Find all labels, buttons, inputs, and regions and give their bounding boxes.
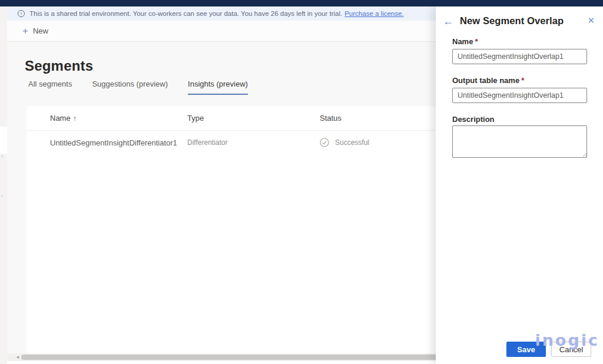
row-status-cell: Successful bbox=[320, 138, 445, 147]
output-table-field-label: Output table name* bbox=[452, 76, 524, 85]
purchase-license-link[interactable]: Purchase a license. bbox=[344, 10, 403, 17]
tab-bar: All segments Suggestions (preview) Insig… bbox=[28, 80, 248, 95]
name-field-label: Name* bbox=[452, 37, 478, 46]
success-check-icon bbox=[320, 138, 329, 147]
new-button-label: New bbox=[33, 27, 48, 35]
tab-all-segments[interactable]: All segments bbox=[28, 80, 72, 95]
app-window: ‹ ‹ i This is a shared trial environment… bbox=[0, 0, 603, 364]
status-label: Successful bbox=[335, 138, 369, 147]
save-button[interactable]: Save bbox=[506, 342, 546, 357]
trial-banner-text: This is a shared trial environment. Your… bbox=[29, 10, 342, 17]
table-row[interactable]: UntitledSegmentInsightDifferentiator1 Di… bbox=[26, 131, 445, 154]
new-segment-overlap-panel: ← New Segment Overlap ✕ Name* Output tab… bbox=[436, 6, 603, 364]
collapsed-left-nav[interactable]: ‹ ‹ bbox=[0, 6, 7, 364]
name-label-text: Name bbox=[452, 37, 473, 46]
cancel-button[interactable]: Cancel bbox=[551, 342, 591, 357]
row-type-cell: Differentiator bbox=[187, 138, 320, 147]
description-field-label: Description bbox=[452, 115, 495, 124]
required-asterisk: * bbox=[475, 37, 478, 46]
output-table-field[interactable] bbox=[452, 88, 587, 103]
output-table-label-text: Output table name bbox=[452, 76, 519, 85]
close-icon[interactable]: ✕ bbox=[587, 16, 595, 25]
row-name-cell[interactable]: UntitledSegmentInsightDifferentiator1 bbox=[50, 138, 187, 147]
scrollbar-thumb[interactable] bbox=[21, 355, 442, 360]
main-content: Segments All segments Suggestions (previ… bbox=[7, 42, 445, 353]
required-asterisk: * bbox=[521, 76, 524, 85]
back-arrow-icon[interactable]: ← bbox=[443, 16, 453, 27]
sort-ascending-icon: ↑ bbox=[73, 114, 77, 123]
trial-banner: i This is a shared trial environment. Yo… bbox=[7, 6, 445, 21]
column-header-type[interactable]: Type bbox=[187, 114, 320, 123]
column-header-status[interactable]: Status bbox=[320, 114, 445, 123]
plus-icon: + bbox=[22, 26, 28, 36]
info-icon: i bbox=[18, 10, 25, 17]
name-field[interactable] bbox=[452, 49, 587, 64]
table-header-row: Name↑ Type Status bbox=[26, 106, 445, 131]
top-navigation-bar bbox=[0, 0, 603, 6]
rail-chevron-icon[interactable]: ‹ bbox=[1, 154, 3, 159]
column-header-name[interactable]: Name↑ bbox=[50, 114, 187, 123]
tab-suggestions[interactable]: Suggestions (preview) bbox=[92, 80, 168, 95]
description-field[interactable] bbox=[452, 125, 587, 158]
tab-insights[interactable]: Insights (preview) bbox=[188, 80, 248, 95]
rail-chevron-icon[interactable]: ‹ bbox=[1, 194, 3, 199]
segments-table-card: Name↑ Type Status UntitledSegmentInsight… bbox=[26, 106, 445, 353]
column-header-name-label: Name bbox=[50, 114, 71, 123]
left-nav-active-indicator bbox=[0, 127, 7, 154]
horizontal-scrollbar[interactable]: ◄ bbox=[7, 353, 445, 361]
panel-title: New Segment Overlap bbox=[460, 15, 564, 27]
command-bar: + New bbox=[7, 21, 445, 42]
new-button[interactable]: + New bbox=[22, 26, 48, 36]
scroll-left-arrow-icon[interactable]: ◄ bbox=[15, 355, 20, 360]
panel-header: ← New Segment Overlap ✕ bbox=[436, 6, 603, 37]
page-title: Segments bbox=[25, 58, 93, 74]
